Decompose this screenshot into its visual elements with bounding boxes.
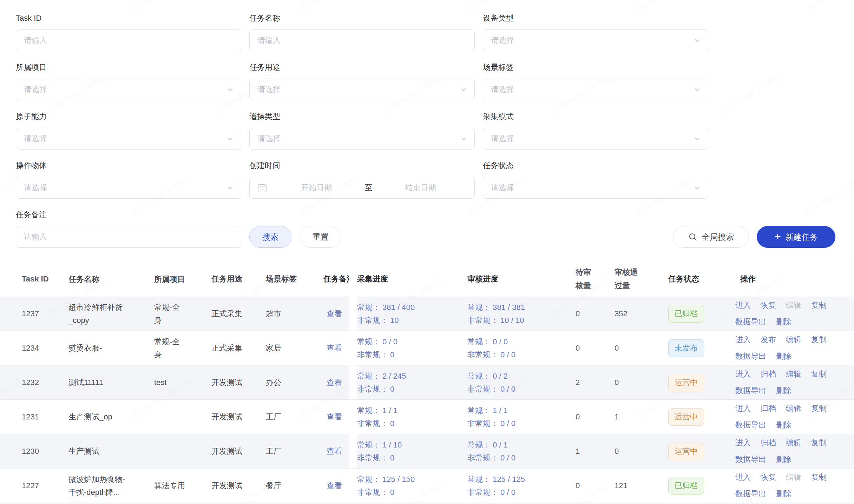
search-icon xyxy=(688,232,698,242)
filter-field-task-status: 任务状态请选择 xyxy=(483,161,708,199)
column-divider xyxy=(349,261,357,297)
filter-select-task-status[interactable]: 请选择 xyxy=(483,177,708,199)
placeholder-text: 请选择 xyxy=(491,133,514,144)
action-export[interactable]: 数据导出 xyxy=(735,384,766,398)
action-enter[interactable]: 进入 xyxy=(735,298,751,312)
action-enter[interactable]: 进入 xyxy=(735,470,751,484)
plus-icon: + xyxy=(774,231,781,242)
view-note-link[interactable]: 查看 xyxy=(327,481,342,490)
filter-input-task-id[interactable] xyxy=(16,29,241,51)
progress-line: 常规： 381 / 400 xyxy=(357,301,467,314)
cell-review-progress: 常规： 0 / 0非常规： 0 / 0 xyxy=(467,335,574,361)
view-note-link[interactable]: 查看 xyxy=(327,412,342,421)
action-export[interactable]: 数据导出 xyxy=(735,487,766,501)
progress-line: 常规： 0 / 0 xyxy=(357,335,467,348)
filter-input-task-name[interactable] xyxy=(249,29,475,51)
action-export[interactable]: 数据导出 xyxy=(735,452,766,466)
action-copy[interactable]: 复制 xyxy=(811,436,827,450)
action-edit[interactable]: 编辑 xyxy=(786,436,801,450)
cell-passed-count: 0 xyxy=(613,378,668,387)
action-line: 数据导出删除 xyxy=(735,315,854,329)
action-copy[interactable]: 复制 xyxy=(811,367,827,381)
action-restore[interactable]: 恢复 xyxy=(761,298,776,312)
action-delete[interactable]: 删除 xyxy=(776,487,791,501)
status-badge: 运营中 xyxy=(668,408,704,426)
cell-passed-count: 0 xyxy=(613,447,668,456)
action-delete[interactable]: 删除 xyxy=(776,452,791,466)
action-edit[interactable]: 编辑 xyxy=(786,367,801,381)
filter-select-project[interactable]: 请选择 xyxy=(16,79,241,100)
action-enter[interactable]: 进入 xyxy=(735,333,751,347)
action-enter[interactable]: 进入 xyxy=(735,402,751,416)
cell-scene-tag: 超市 xyxy=(266,309,323,319)
filter-input-task-note[interactable] xyxy=(16,226,241,248)
cell-actions: 进入归档编辑复制数据导出删除 xyxy=(735,436,854,466)
cell-actions: 进入归档编辑复制数据导出删除 xyxy=(735,367,854,398)
filter-label-teleop-type: 遥操类型 xyxy=(249,112,475,121)
filter-select-task-purpose[interactable]: 请选择 xyxy=(249,79,475,100)
action-enter[interactable]: 进入 xyxy=(735,367,751,381)
column-divider xyxy=(349,434,357,468)
global-search-button[interactable]: 全局搜索 xyxy=(673,226,749,248)
action-archive[interactable]: 归档 xyxy=(761,402,776,416)
filter-daterange-create-time[interactable]: 开始日期至结束日期 xyxy=(249,177,475,199)
col-header-4: 场景标签 xyxy=(266,274,323,284)
view-note-link[interactable]: 查看 xyxy=(327,447,342,456)
action-copy[interactable]: 复制 xyxy=(811,402,827,416)
view-note-link[interactable]: 查看 xyxy=(327,378,342,387)
action-delete[interactable]: 删除 xyxy=(776,384,791,398)
placeholder-text: 请选择 xyxy=(491,183,514,193)
action-archive[interactable]: 归档 xyxy=(761,367,776,381)
action-copy[interactable]: 复制 xyxy=(811,470,827,484)
filter-select-collect-mode[interactable]: 请选择 xyxy=(483,128,708,150)
filter-select-scene-tag[interactable]: 请选择 xyxy=(483,79,708,100)
filter-select-operate-object[interactable]: 请选择 xyxy=(16,177,241,199)
action-copy[interactable]: 复制 xyxy=(811,333,827,347)
action-export[interactable]: 数据导出 xyxy=(735,349,766,363)
status-badge: 已归档 xyxy=(668,305,704,323)
action-publish[interactable]: 发布 xyxy=(761,333,776,347)
cell-passed-count: 0 xyxy=(613,344,668,353)
new-task-button[interactable]: + 新建任务 xyxy=(757,226,835,248)
cell-task-id: 1231 xyxy=(0,412,68,422)
action-delete[interactable]: 删除 xyxy=(776,418,791,432)
filter-select-teleop-type[interactable]: 请选择 xyxy=(249,128,475,150)
cell-scene-tag: 办公 xyxy=(266,377,323,388)
action-restore[interactable]: 恢复 xyxy=(761,470,776,484)
action-enter[interactable]: 进入 xyxy=(735,436,751,450)
action-delete[interactable]: 删除 xyxy=(776,315,791,329)
action-line: 进入归档编辑复制 xyxy=(735,436,854,450)
cell-task-name: 生产测试_op xyxy=(68,410,154,423)
progress-line: 常规： 381 / 381 xyxy=(467,301,574,314)
action-line: 数据导出删除 xyxy=(735,418,854,432)
col-header-9: 审核通 过量 xyxy=(613,266,668,292)
action-edit[interactable]: 编辑 xyxy=(786,333,801,347)
col-header-0: Task ID xyxy=(0,274,68,284)
view-note-link[interactable]: 查看 xyxy=(327,344,342,352)
col-header-7: 审核进度 xyxy=(467,274,574,284)
progress-line: 非常规： 0 / 0 xyxy=(467,486,574,499)
action-archive[interactable]: 归档 xyxy=(761,436,776,450)
cell-scene-tag: 工厂 xyxy=(266,446,323,457)
cell-collect-progress: 常规： 381 / 400非常规： 10 xyxy=(357,301,467,327)
watermark-text: {{current_time}} xyxy=(803,172,854,218)
cell-review-progress: 常规： 0 / 1非常规： 0 / 0 xyxy=(467,438,574,464)
action-copy[interactable]: 复制 xyxy=(811,298,827,312)
placeholder-text: 请选择 xyxy=(491,35,514,46)
filter-select-device-type[interactable]: 请选择 xyxy=(483,29,708,51)
filter-field-collect-mode: 采集模式请选择 xyxy=(483,112,708,150)
cell-purpose: 开发测试 xyxy=(211,446,266,457)
reset-button[interactable]: 重置 xyxy=(300,226,341,248)
search-button[interactable]: 搜索 xyxy=(249,226,291,248)
filter-select-atomic-ability[interactable]: 请选择 xyxy=(16,128,241,150)
action-export[interactable]: 数据导出 xyxy=(735,418,766,432)
action-edit[interactable]: 编辑 xyxy=(786,402,801,416)
cell-pending-count: 0 xyxy=(574,481,613,490)
action-export[interactable]: 数据导出 xyxy=(735,315,766,329)
cell-pending-count: 1 xyxy=(574,447,613,456)
filter-field-atomic-ability: 原子能力请选择 xyxy=(16,112,241,150)
cell-passed-count: 352 xyxy=(613,309,668,318)
view-note-link[interactable]: 查看 xyxy=(327,309,342,318)
action-delete[interactable]: 删除 xyxy=(776,349,791,363)
global-search-label: 全局搜索 xyxy=(702,232,734,243)
